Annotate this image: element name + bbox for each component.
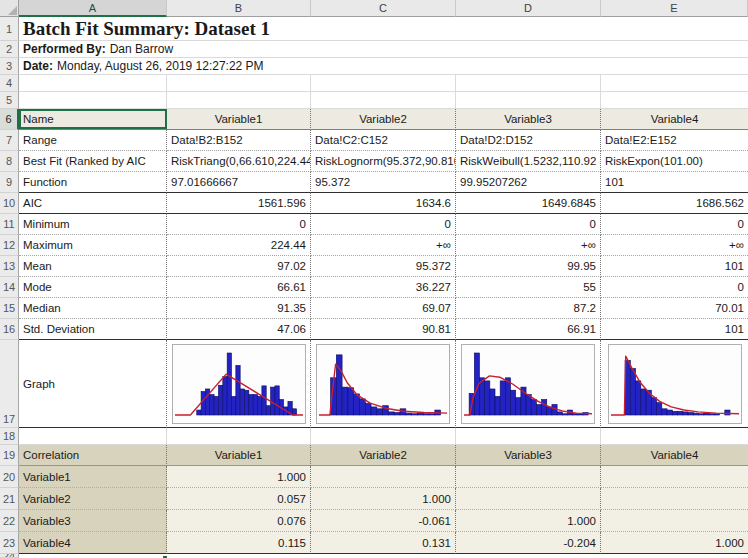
stats-cell-variable3-row12[interactable]: +∞ bbox=[456, 235, 601, 256]
correlation-cell-variable3-row23[interactable]: -0.204 bbox=[456, 532, 601, 554]
stats-cell-variable4-row14[interactable]: 0 bbox=[601, 277, 748, 298]
stats-cell-variable2-row8[interactable]: RiskLognorm(95.372,90.810 bbox=[311, 151, 456, 172]
stats-cell-variable2-row14[interactable]: 36.227 bbox=[311, 277, 456, 298]
correlation-cell-variable2-row22[interactable]: -0.061 bbox=[311, 510, 456, 532]
correlation-cell-variable3-row21[interactable] bbox=[456, 488, 601, 510]
row-header-7[interactable]: 7 bbox=[0, 130, 19, 151]
stats-label-cell[interactable]: Best Fit (Ranked by AIC bbox=[19, 151, 167, 172]
correlation-cell-variable1-row23[interactable]: 0.115 bbox=[167, 532, 311, 554]
histogram-chart-variable1[interactable] bbox=[172, 344, 306, 424]
empty-cell[interactable] bbox=[601, 428, 748, 445]
stats-cell-variable2-row12[interactable]: +∞ bbox=[311, 235, 456, 256]
row-header-5[interactable]: 5 bbox=[0, 92, 19, 109]
row-header-18[interactable]: 18 bbox=[0, 428, 19, 445]
empty-cell[interactable] bbox=[311, 92, 456, 109]
stats-cell-variable1-row10[interactable]: 1561.596 bbox=[167, 193, 311, 214]
stats-cell-variable3-row15[interactable]: 87.2 bbox=[456, 298, 601, 319]
correlation-label-cell[interactable]: Variable3 bbox=[19, 510, 167, 532]
stats-cell-variable2-row10[interactable]: 1634.6 bbox=[311, 193, 456, 214]
stats-cell-variable2-row11[interactable]: 0 bbox=[311, 214, 456, 235]
correlation-cell-variable1-row22[interactable]: 0.076 bbox=[167, 510, 311, 532]
stats-header-variable2[interactable]: Variable2 bbox=[311, 109, 456, 130]
stats-cell-variable2-row9[interactable]: 95.372 bbox=[311, 172, 456, 193]
column-header-e[interactable]: E bbox=[601, 0, 748, 17]
empty-cell[interactable] bbox=[19, 75, 167, 92]
selected-cell-a6-name[interactable]: Name bbox=[19, 109, 167, 130]
stats-header-variable3[interactable]: Variable3 bbox=[456, 109, 601, 130]
stats-cell-variable1-row12[interactable]: 224.44 bbox=[167, 235, 311, 256]
stats-cell-variable2-row7[interactable]: Data!C2:C152 bbox=[311, 130, 456, 151]
stats-label-cell[interactable]: Std. Deviation bbox=[19, 319, 167, 340]
stats-cell-variable3-row16[interactable]: 66.91 bbox=[456, 319, 601, 340]
empty-cell[interactable] bbox=[167, 75, 311, 92]
stats-cell-variable1-row13[interactable]: 97.02 bbox=[167, 256, 311, 277]
row-header-21[interactable]: 21 bbox=[0, 488, 19, 510]
stats-cell-variable1-row11[interactable]: 0 bbox=[167, 214, 311, 235]
empty-cell[interactable] bbox=[456, 428, 601, 445]
row-header-17[interactable]: 17 bbox=[0, 340, 19, 428]
correlation-header-variable4[interactable]: Variable4 bbox=[601, 445, 748, 466]
stats-cell-variable2-row15[interactable]: 69.07 bbox=[311, 298, 456, 319]
row-header-23[interactable]: 23 bbox=[0, 532, 19, 554]
empty-cell[interactable] bbox=[311, 75, 456, 92]
histogram-chart-variable4[interactable] bbox=[608, 344, 742, 424]
stats-label-cell[interactable]: Mean bbox=[19, 256, 167, 277]
row-header-6[interactable]: 6 bbox=[0, 109, 19, 130]
row-header-20[interactable]: 20 bbox=[0, 466, 19, 488]
stats-cell-variable3-row9[interactable]: 99.95207262 bbox=[456, 172, 601, 193]
stats-header-variable1[interactable]: Variable1 bbox=[167, 109, 311, 130]
column-header-b[interactable]: B bbox=[167, 0, 311, 17]
stats-cell-variable2-row16[interactable]: 90.81 bbox=[311, 319, 456, 340]
empty-cell[interactable] bbox=[601, 75, 748, 92]
row-header-3[interactable]: 3 bbox=[0, 58, 19, 75]
stats-cell-variable3-row8[interactable]: RiskWeibull(1.5232,110.92 bbox=[456, 151, 601, 172]
stats-cell-variable4-row7[interactable]: Data!E2:E152 bbox=[601, 130, 748, 151]
row-header-11[interactable]: 11 bbox=[0, 214, 19, 235]
stats-cell-variable3-row10[interactable]: 1649.6845 bbox=[456, 193, 601, 214]
stats-cell-variable3-row13[interactable]: 99.95 bbox=[456, 256, 601, 277]
empty-cell[interactable] bbox=[19, 92, 167, 109]
stats-cell-variable3-row14[interactable]: 55 bbox=[456, 277, 601, 298]
stats-cell-variable4-row10[interactable]: 1686.562 bbox=[601, 193, 748, 214]
stats-cell-variable4-row15[interactable]: 70.01 bbox=[601, 298, 748, 319]
stats-cell-variable1-row9[interactable]: 97.01666667 bbox=[167, 172, 311, 193]
stats-cell-variable1-row14[interactable]: 66.61 bbox=[167, 277, 311, 298]
histogram-chart-variable2[interactable] bbox=[316, 344, 450, 424]
stats-label-cell[interactable]: Function bbox=[19, 172, 167, 193]
correlation-cell-variable3-row20[interactable] bbox=[456, 466, 601, 488]
empty-cell[interactable] bbox=[19, 428, 167, 445]
empty-cell[interactable] bbox=[167, 92, 311, 109]
correlation-label-cell[interactable]: Variable4 bbox=[19, 532, 167, 554]
histogram-chart-variable3[interactable] bbox=[461, 344, 595, 424]
correlation-label-cell[interactable]: Variable1 bbox=[19, 466, 167, 488]
row-header-15[interactable]: 15 bbox=[0, 298, 19, 319]
correlation-cell-variable4-row21[interactable] bbox=[601, 488, 748, 510]
stats-cell-variable4-row16[interactable]: 101 bbox=[601, 319, 748, 340]
stats-cell-variable4-row13[interactable]: 101 bbox=[601, 256, 748, 277]
stats-cell-variable1-row8[interactable]: RiskTriang(0,66.610,224.44) bbox=[167, 151, 311, 172]
empty-cell[interactable] bbox=[456, 92, 601, 109]
correlation-cell-variable1-row20[interactable]: 1.000 bbox=[167, 466, 311, 488]
stats-label-cell[interactable]: Median bbox=[19, 298, 167, 319]
stats-label-cell[interactable]: AIC bbox=[19, 193, 167, 214]
stats-cell-variable4-row9[interactable]: 101 bbox=[601, 172, 748, 193]
correlation-header-variable2[interactable]: Variable2 bbox=[311, 445, 456, 466]
row-header-4[interactable]: 4 bbox=[0, 75, 19, 92]
stats-label-cell[interactable]: Minimum bbox=[19, 214, 167, 235]
empty-cell[interactable] bbox=[167, 428, 311, 445]
correlation-cell-variable1-row21[interactable]: 0.057 bbox=[167, 488, 311, 510]
stats-header-variable4[interactable]: Variable4 bbox=[601, 109, 748, 130]
row-header-19[interactable]: 19 bbox=[0, 445, 19, 466]
row-header-12[interactable]: 12 bbox=[0, 235, 19, 256]
graph-cell-variable4[interactable] bbox=[601, 340, 748, 428]
cell-a1-report-title[interactable]: Batch Fit Summary: Dataset 1 bbox=[19, 17, 748, 41]
empty-cell[interactable] bbox=[19, 554, 748, 558]
stats-cell-variable4-row8[interactable]: RiskExpon(101.00) bbox=[601, 151, 748, 172]
correlation-cell-variable3-row22[interactable]: 1.000 bbox=[456, 510, 601, 532]
correlation-cell-variable4-row20[interactable] bbox=[601, 466, 748, 488]
cell-a2-performed-by[interactable]: Performed By: Dan Barrow bbox=[19, 41, 748, 58]
stats-cell-variable3-row7[interactable]: Data!D2:D152 bbox=[456, 130, 601, 151]
graph-row-label[interactable]: Graph bbox=[19, 340, 167, 428]
correlation-cell-variable2-row21[interactable]: 1.000 bbox=[311, 488, 456, 510]
stats-cell-variable1-row7[interactable]: Data!B2:B152 bbox=[167, 130, 311, 151]
